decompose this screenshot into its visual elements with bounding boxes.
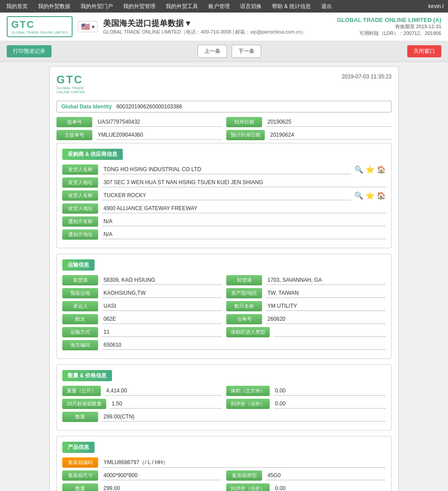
company-name: GLOBAL TRADE ONLINE LIMITED (A): [337, 17, 441, 23]
bill-number-field: 提单号 UASI7797540432: [56, 117, 222, 127]
header-subtitle: GLOBAL TRADE ONLINE LIMITED（电话：400-710-3…: [103, 29, 306, 35]
nav-account[interactable]: 账户管理: [207, 3, 232, 10]
logo: GTC GLOBAL TRADE ONLINE LIMITED: [7, 16, 73, 37]
flag-icon: 🇺🇸: [81, 22, 90, 31]
landing-price-label: 到岸价（估价）: [226, 399, 270, 409]
consignee-name-value: TUCKER ROCKY: [102, 191, 351, 200]
transport-bonded-row: 运输方式 11 保税区进入类型: [62, 327, 386, 337]
transport-section: 运输信息 装货港 58309, KAO HSIUNG 卸货港 1703, SAV…: [56, 254, 392, 359]
shipper-name-label: 发货人名称: [62, 164, 98, 175]
shipper-addr-value: 307 SEC 3 WEN HUA ST NAN HSING TSUEN KUE…: [102, 178, 386, 187]
nav-trade-data[interactable]: 我的外贸数据: [36, 3, 72, 10]
carrier-vessel-row: 承运人 UASI 船只名称 YM UTILITY: [62, 301, 386, 311]
weight-volume-row: 重量（公斤） 4,414.00 体积（立方米） 0.00: [62, 386, 386, 396]
container-size-field: 集装箱尺寸 4000*900*800: [62, 470, 222, 481]
page-header: GTC GLOBAL TRADE ONLINE LIMITED 🇺🇸 ▾ 美国海…: [0, 13, 448, 41]
transport-section-title: 运输信息: [62, 259, 95, 271]
header-right: GLOBAL TRADE ONLINE LIMITED (A) 有效期至 201…: [337, 17, 441, 37]
container-type-label: 集装箱类型: [226, 470, 262, 481]
master-bill-field: 主提单号 YMLUE209044360: [56, 130, 222, 140]
arrival-date-value: 20190625: [266, 118, 392, 127]
voyage-field: 航次 062E: [62, 314, 222, 324]
loading-port-field: 装货港 58309, KAO HSIUNG: [62, 275, 222, 285]
landing-price-value: 0.00: [273, 400, 386, 409]
global-data-identity-box: Global Data Identity 6003201906260000103…: [56, 101, 392, 112]
voyage-label: 航次: [62, 314, 98, 324]
master-bill-row: 主提单号 YMLUE209044360 预计到岸日期 20190624: [56, 130, 392, 140]
logo-text: GTC: [11, 19, 68, 30]
doc-logo-text: GTC: [56, 73, 92, 86]
doc-logo: GTC GLOBAL TRADE ONLINE LIMITED: [56, 73, 92, 94]
origin-place-value: KAOHSIUNG,TW: [102, 289, 222, 298]
star-icon-2[interactable]: ⭐: [366, 191, 375, 200]
search-icon[interactable]: 🔍: [354, 165, 363, 174]
header-title-block: 美国海关进口提单数据 ▾ GLOBAL TRADE ONLINE LIMITED…: [103, 18, 306, 35]
transport-mode-value: 11: [102, 328, 222, 337]
notify-name-row: 通知方名称 N/A: [62, 216, 386, 227]
vessel-name-label: 船只名称: [226, 301, 262, 311]
nav-help[interactable]: 帮助 & 统计信息: [270, 3, 313, 10]
home-icon[interactable]: 🏠: [377, 165, 386, 174]
qty2-field: 数量 299.00: [62, 483, 222, 491]
container-20-field: 20尺标准箱数量 1.50: [62, 399, 222, 409]
nav-manage[interactable]: 我的外贸管理: [121, 3, 157, 10]
customs-code-row: 海关编码 650610: [62, 340, 386, 350]
nav-logout[interactable]: 退出: [319, 3, 334, 10]
qty2-price2-row: 数量 299.00 到岸价（估价） 0.00: [62, 483, 386, 491]
bonded-area-label: 保税区进入类型: [226, 327, 270, 337]
container-code-row: 集装箱编码 YMLU8686797（/ L / HH）: [62, 457, 386, 468]
star-icon[interactable]: ⭐: [366, 165, 375, 174]
transport-mode-field: 运输方式 11: [62, 327, 222, 337]
master-bill-label: 主提单号: [56, 130, 92, 140]
header-left: GTC GLOBAL TRADE ONLINE LIMITED 🇺🇸 ▾ 美国海…: [7, 16, 306, 37]
consignee-addr-row: 收货人地址 4900 ALLIANCE GATEWAY FREEWAY: [62, 203, 386, 214]
arrival-date-field: 到岸日期 20190625: [226, 117, 392, 127]
volume-value: 0.00: [273, 387, 386, 396]
container-num-label: 仓单号: [226, 314, 262, 324]
transport-mode-label: 运输方式: [62, 327, 98, 337]
nav-home[interactable]: 我的首页: [4, 3, 30, 10]
consignee-addr-label: 收货人地址: [62, 203, 98, 214]
landing-price-field: 到岸价（估价） 0.00: [226, 399, 386, 409]
document-header: GTC GLOBAL TRADE ONLINE LIMITED 2019-07-…: [56, 73, 392, 94]
next-button-top[interactable]: 下一条: [232, 45, 261, 58]
unloading-port-field: 卸货港 1703, SAVANNAH, GA: [226, 275, 386, 285]
product-section: 产品信息 集装箱编码 YMLU8686797（/ L / HH） 集装箱尺寸 4…: [56, 436, 392, 491]
voyage-value: 062E: [102, 315, 222, 324]
ports-row: 装货港 58309, KAO HSIUNG 卸货港 1703, SAVANNAH…: [62, 275, 386, 285]
nav-language[interactable]: 语言切换: [238, 3, 263, 10]
container-type-value: 45G0: [266, 471, 386, 480]
volume-field: 体积（立方米） 0.00: [226, 386, 386, 396]
supplier-section-title: 采购商 & 供应商信息: [62, 149, 123, 160]
container-size-label: 集装箱尺寸: [62, 470, 98, 481]
arrival-date-label: 到岸日期: [226, 117, 262, 127]
container-size-value: 4000*900*800: [102, 471, 222, 480]
customs-code-label: 海关编码: [62, 340, 98, 350]
master-bill-value: YMLUE209044360: [96, 131, 222, 140]
weight-label: 重量（公斤）: [62, 386, 101, 396]
prev-button-top[interactable]: 上一条: [198, 45, 227, 58]
title-text: 美国海关进口提单数据: [103, 19, 184, 28]
home-icon-2[interactable]: 🏠: [377, 191, 386, 200]
print-button-top[interactable]: 打印预览记录: [7, 45, 52, 57]
close-button-top[interactable]: 关闭窗口: [407, 45, 441, 57]
unloading-port-label: 卸货港: [226, 275, 262, 285]
nav-tools[interactable]: 我的外贸工具: [164, 3, 200, 10]
nav-portal[interactable]: 我的外贸门户: [79, 3, 115, 10]
nav-buttons-top: 上一条 下一条: [198, 45, 261, 58]
shipper-addr-row: 发货人地址 307 SEC 3 WEN HUA ST NAN HSING TSU…: [62, 177, 386, 188]
search-icon-2[interactable]: 🔍: [354, 191, 363, 200]
doc-logo-sub: GLOBAL TRADE ONLINE LIMITED: [56, 86, 92, 94]
landing-price2-value: 0.00: [273, 484, 386, 491]
logo-subtitle: GLOBAL TRADE ONLINE LIMITED: [11, 30, 68, 34]
flag-selector[interactable]: 🇺🇸 ▾: [78, 21, 98, 32]
product-section-title: 产品信息: [62, 442, 95, 453]
est-arrival-field: 预计到岸日期 20190624: [226, 130, 392, 140]
gdi-value: 6003201906260000103386: [116, 103, 182, 110]
origin-place-label: 预装运地: [62, 288, 98, 298]
notify-addr-row: 通知方地址 N/A: [62, 229, 386, 240]
notify-addr-label: 通知方地址: [62, 229, 98, 240]
voyage-container-row: 航次 062E 仓单号 260620: [62, 314, 386, 324]
vessel-name-value: YM UTILITY: [266, 302, 386, 311]
weight-field: 重量（公斤） 4,414.00: [62, 386, 222, 396]
